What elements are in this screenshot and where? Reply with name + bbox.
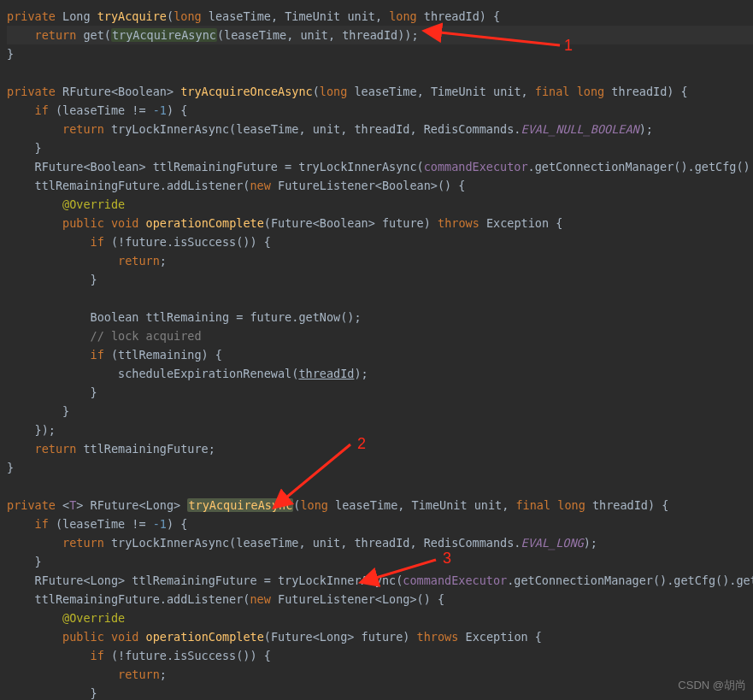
code-line: });: [7, 423, 56, 437]
code-line: if (leaseTime != -1) {: [7, 517, 187, 531]
code-line: private Long tryAcquire(long leaseTime, …: [7, 9, 500, 23]
code-line: }: [7, 273, 97, 286]
code-line: }: [7, 404, 69, 418]
code-line: @Override: [7, 197, 125, 211]
code-line: public void operationComplete(Future<Lon…: [7, 630, 542, 644]
code-line: public void operationComplete(Future<Boo…: [7, 216, 562, 230]
code-line: return tryLockInnerAsync(leaseTime, unit…: [7, 122, 653, 136]
code-line: }: [7, 555, 42, 568]
code-line: RFuture<Boolean> ttlRemainingFuture = tr…: [7, 160, 753, 174]
code-line: return ttlRemainingFuture;: [7, 442, 215, 456]
annotation-label-2: 2: [357, 434, 366, 453]
code-line: }: [7, 461, 14, 474]
annotation-label-3: 3: [443, 549, 451, 568]
code-line: private RFuture<Boolean> tryAcquireOnceA…: [7, 85, 688, 98]
code-line: Boolean ttlRemaining = future.getNow();: [7, 310, 362, 324]
annotation-label-1: 1: [564, 36, 573, 55]
code-line: ttlRemainingFuture.addListener(new Futur…: [7, 179, 465, 192]
code-line: return tryLockInnerAsync(leaseTime, unit…: [7, 536, 597, 550]
code-line: RFuture<Long> ttlRemainingFuture = tryLo…: [7, 574, 753, 587]
code-line: }: [7, 141, 42, 155]
code-line: private <T> RFuture<Long> tryAcquireAsyn…: [7, 498, 668, 512]
code-editor[interactable]: private Long tryAcquire(long leaseTime, …: [0, 0, 753, 700]
code-line: ttlRemainingFuture.addListener(new Futur…: [7, 592, 444, 606]
code-line: return;: [7, 254, 167, 268]
highlight-tryAcquireAsync: tryAcquireAsync: [111, 28, 217, 42]
code-line-highlighted: return get(tryAcquireAsync(leaseTime, un…: [7, 26, 753, 44]
code-line: return;: [7, 668, 167, 681]
code-line: }: [7, 686, 97, 700]
code-line: }: [7, 47, 14, 61]
code-line: if (leaseTime != -1) {: [7, 103, 187, 117]
code-line: @Override: [7, 611, 125, 625]
code-line: if (ttlRemaining) {: [7, 348, 222, 362]
code-line: if (!future.isSuccess()) {: [7, 649, 271, 662]
code-line: if (!future.isSuccess()) {: [7, 235, 271, 249]
code-line: }: [7, 385, 97, 399]
highlight-tryAcquireAsync-decl: tryAcquireAsync: [187, 498, 293, 512]
code-line: scheduleExpirationRenewal(threadId);: [7, 367, 368, 380]
code-line: // lock acquired: [7, 329, 202, 343]
watermark: CSDN @胡尚: [678, 676, 746, 695]
